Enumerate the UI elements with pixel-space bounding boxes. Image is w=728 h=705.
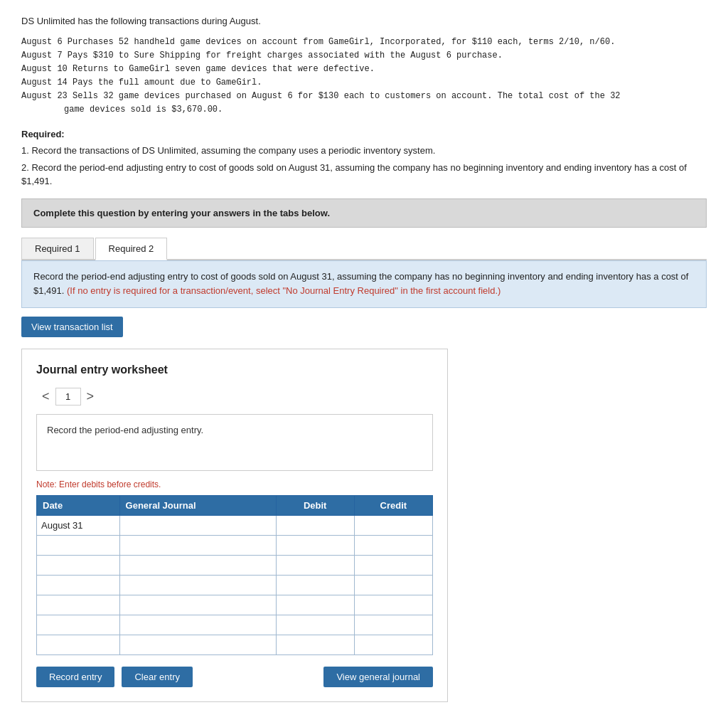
view-transaction-button[interactable]: View transaction list — [21, 317, 123, 337]
row7-credit-input[interactable] — [359, 637, 428, 653]
row4-journal[interactable] — [119, 576, 276, 595]
row3-credit-input[interactable] — [359, 558, 428, 573]
row6-credit-input[interactable] — [359, 617, 428, 633]
row3-journal-input[interactable] — [124, 558, 272, 573]
required-label: Required: — [21, 129, 65, 139]
row4-debit[interactable] — [276, 576, 354, 595]
row6-date-input[interactable] — [41, 617, 115, 633]
row3-debit[interactable] — [276, 556, 354, 576]
row1-debit[interactable] — [276, 516, 354, 536]
nav-page-number: 1 — [55, 388, 81, 405]
row4-debit-input[interactable] — [281, 578, 350, 593]
row7-credit[interactable] — [354, 635, 432, 655]
row2-debit-input[interactable] — [281, 538, 350, 553]
required-item-2: 2. Record the period-end adjusting entry… — [21, 161, 707, 189]
row5-debit-input[interactable] — [281, 598, 350, 613]
row2-date[interactable] — [37, 536, 120, 556]
row1-debit-input[interactable] — [281, 518, 350, 534]
row2-journal-input[interactable] — [124, 538, 272, 553]
row7-debit[interactable] — [276, 635, 354, 655]
tab-required-1[interactable]: Required 1 — [21, 238, 94, 259]
required-section: Required: 1. Record the transactions of … — [21, 127, 707, 189]
row7-debit-input[interactable] — [281, 637, 350, 653]
worksheet-title: Journal entry worksheet — [36, 364, 433, 376]
table-row — [37, 576, 433, 595]
row5-credit[interactable] — [354, 595, 432, 615]
transactions-block: August 6 Purchases 52 handheld game devi… — [21, 36, 707, 117]
row3-date[interactable] — [37, 556, 120, 576]
row6-debit[interactable] — [276, 615, 354, 635]
row4-date-input[interactable] — [41, 578, 115, 593]
row4-date[interactable] — [37, 576, 120, 595]
transaction-line-3: August 10 Returns to GameGirl seven game… — [21, 63, 707, 76]
info-box: Record the period-end adjusting entry to… — [21, 260, 707, 309]
nav-next-arrow[interactable]: > — [81, 389, 100, 404]
row2-credit-input[interactable] — [359, 538, 428, 553]
row5-journal[interactable] — [119, 595, 276, 615]
row5-journal-input[interactable] — [124, 598, 272, 613]
view-general-journal-button[interactable]: View general journal — [323, 667, 433, 687]
row1-credit-input[interactable] — [359, 518, 428, 534]
row6-debit-input[interactable] — [281, 617, 350, 633]
row2-journal[interactable] — [119, 536, 276, 556]
action-row: Record entry Clear entry View general jo… — [36, 667, 433, 687]
note-text: Note: Enter debits before credits. — [36, 479, 433, 489]
entry-description: Record the period-end adjusting entry. — [36, 414, 433, 471]
col-header-credit: Credit — [354, 496, 432, 516]
row1-date: August 31 — [37, 516, 120, 536]
transaction-line-1: August 6 Purchases 52 handheld game devi… — [21, 36, 707, 49]
row2-credit[interactable] — [354, 536, 432, 556]
table-row — [37, 536, 433, 556]
row3-debit-input[interactable] — [281, 558, 350, 573]
clear-entry-button[interactable]: Clear entry — [122, 667, 193, 687]
worksheet-nav: < 1 > — [36, 388, 433, 405]
row5-date[interactable] — [37, 595, 120, 615]
row7-journal[interactable] — [119, 635, 276, 655]
row7-date-input[interactable] — [41, 637, 115, 653]
row6-journal-input[interactable] — [124, 617, 272, 633]
required-item-1: 1. Record the transactions of DS Unlimit… — [21, 144, 707, 158]
row4-journal-input[interactable] — [124, 578, 272, 593]
table-row — [37, 556, 433, 576]
table-row — [37, 595, 433, 615]
table-row: August 31 — [37, 516, 433, 536]
row4-credit-input[interactable] — [359, 578, 428, 593]
row6-date[interactable] — [37, 615, 120, 635]
table-row — [37, 615, 433, 635]
row1-journal[interactable] — [119, 516, 276, 536]
row3-journal[interactable] — [119, 556, 276, 576]
transaction-line-2: August 7 Pays $310 to Sure Shipping for … — [21, 49, 707, 63]
info-box-red: (If no entry is required for a transacti… — [67, 285, 500, 296]
record-entry-button[interactable]: Record entry — [36, 667, 114, 687]
tabs-row: Required 1 Required 2 — [21, 238, 707, 260]
row6-credit[interactable] — [354, 615, 432, 635]
col-header-journal: General Journal — [119, 496, 276, 516]
row5-credit-input[interactable] — [359, 598, 428, 613]
row1-journal-input[interactable] — [124, 518, 272, 534]
row3-credit[interactable] — [354, 556, 432, 576]
complete-box: Complete this question by entering your … — [21, 198, 707, 228]
transaction-line-6: game devices sold is $3,670.00. — [21, 103, 707, 117]
row6-journal[interactable] — [119, 615, 276, 635]
transaction-line-5: August 23 Sells 32 game devices purchase… — [21, 90, 707, 103]
row7-journal-input[interactable] — [124, 637, 272, 653]
table-row — [37, 635, 433, 655]
intro-text: DS Unlimited has the following transacti… — [21, 14, 707, 28]
row3-date-input[interactable] — [41, 558, 115, 573]
row1-credit[interactable] — [354, 516, 432, 536]
row5-debit[interactable] — [276, 595, 354, 615]
row2-debit[interactable] — [276, 536, 354, 556]
row7-date[interactable] — [37, 635, 120, 655]
row5-date-input[interactable] — [41, 598, 115, 613]
col-header-date: Date — [37, 496, 120, 516]
journal-table: Date General Journal Debit Credit August… — [36, 495, 433, 655]
row2-date-input[interactable] — [41, 538, 115, 553]
worksheet-card: Journal entry worksheet < 1 > Record the… — [21, 349, 448, 702]
col-header-debit: Debit — [276, 496, 354, 516]
tab-required-2[interactable]: Required 2 — [95, 238, 168, 260]
nav-prev-arrow[interactable]: < — [36, 389, 55, 404]
transaction-line-4: August 14 Pays the full amount due to Ga… — [21, 76, 707, 90]
row4-credit[interactable] — [354, 576, 432, 595]
